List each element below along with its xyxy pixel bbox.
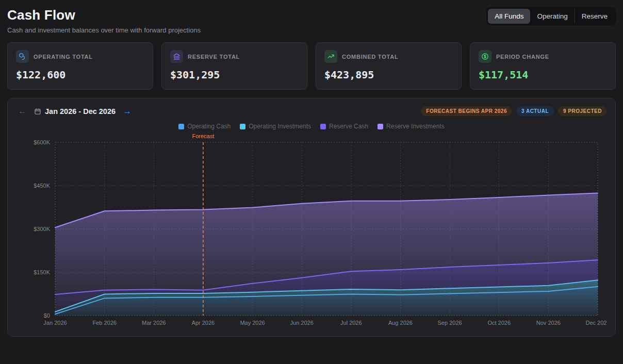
legend-label: Reserve Cash [329,123,368,130]
legend-item-operating-cash[interactable]: Operating Cash [178,123,231,130]
x-axis-tick: May 2026 [240,320,265,326]
title-block: Cash Flow Cash and investment balances o… [7,6,201,34]
date-range: Jan 2026 - Dec 2026 [34,107,116,115]
card-operating-total: OPERATING TOTAL $122,600 [7,42,153,90]
y-axis-tick: $150K [34,269,50,275]
forecast-begins-badge: FORECAST BEGINS APR 2026 [421,106,512,116]
x-axis-tick: Feb 2026 [92,320,116,326]
bank-icon [170,50,183,63]
legend-label: Reserve Investments [386,123,445,130]
chart-legend: Operating CashOperating InvestmentsReser… [16,123,607,130]
forecast-label: Forecast [192,133,215,139]
x-axis-tick: Aug 2026 [388,320,413,326]
funds-segmented-control: All Funds Operating Reserve [486,7,616,25]
legend-item-reserve-investments[interactable]: Reserve Investments [378,123,445,130]
legend-swatch [178,124,184,129]
x-axis-tick: Jan 2026 [43,320,67,326]
legend-swatch [240,124,245,129]
card-value: $301,295 [170,69,299,81]
badge-group: FORECAST BEGINS APR 2026 3 ACTUAL 9 PROJ… [421,106,607,116]
legend-label: Operating Cash [187,123,231,130]
legend-item-operating-investments[interactable]: Operating Investments [240,123,311,130]
card-label: PERIOD CHANGE [496,54,549,60]
x-axis-tick: Jul 2026 [340,320,362,326]
legend-item-reserve-cash[interactable]: Reserve Cash [320,123,368,130]
dollar-coin-icon [479,50,491,63]
x-axis-tick: Mar 2026 [142,320,166,326]
x-axis-tick: Nov 2026 [536,320,561,326]
chart-header: ← Jan 2026 - Dec 2026 → FORECAST BEGINS … [16,106,607,117]
actual-count-badge: 3 ACTUAL [516,106,554,116]
trend-chart-icon [324,50,337,63]
tab-all-funds[interactable]: All Funds [488,9,530,24]
tab-reserve[interactable]: Reserve [575,9,614,24]
card-label: RESERVE TOTAL [188,54,240,60]
previous-period-button[interactable]: ← [16,106,29,117]
tab-operating[interactable]: Operating [530,9,574,24]
y-axis-tick: $600K [34,139,50,145]
x-axis-tick: Sep 2026 [438,320,462,326]
x-axis-tick: Oct 2026 [487,320,511,326]
card-label: OPERATING TOTAL [34,54,93,60]
calendar-icon [34,108,41,115]
card-value: $423,895 [324,69,453,81]
date-range-label: Jan 2026 - Dec 2026 [45,107,116,115]
y-axis-tick: $0 [44,312,50,319]
next-period-button[interactable]: → [121,106,134,117]
card-reserve-total: RESERVE TOTAL $301,295 [161,42,307,90]
stat-cards: OPERATING TOTAL $122,600 RESERVE TOTAL $… [7,42,616,90]
card-value: $122,600 [16,69,144,81]
cash-flow-area-chart: Forecast$0$150K$300K$450K$600KJan 2026Fe… [16,131,607,333]
card-period-change: PERIOD CHANGE $117,514 [470,42,616,90]
x-axis-tick: Apr 2026 [192,320,215,326]
coins-icon [16,50,29,63]
card-label: COMBINED TOTAL [342,54,398,60]
card-combined-total: COMBINED TOTAL $423,895 [316,42,462,90]
legend-swatch [378,124,383,129]
card-value: $117,514 [479,69,607,81]
projected-count-badge: 9 PROJECTED [558,106,607,116]
page: Cash Flow Cash and investment balances o… [0,0,623,343]
page-title: Cash Flow [7,7,201,23]
legend-swatch [320,124,326,129]
cash-flow-chart-panel: ← Jan 2026 - Dec 2026 → FORECAST BEGINS … [7,98,616,337]
x-axis-tick: Dec 2026 [585,320,607,326]
y-axis-tick: $300K [34,226,50,232]
page-subtitle: Cash and investment balances over time w… [7,26,201,34]
x-axis-tick: Jun 2026 [290,320,314,326]
y-axis-tick: $450K [34,183,50,189]
page-header: Cash Flow Cash and investment balances o… [7,6,616,34]
legend-label: Operating Investments [249,123,311,130]
